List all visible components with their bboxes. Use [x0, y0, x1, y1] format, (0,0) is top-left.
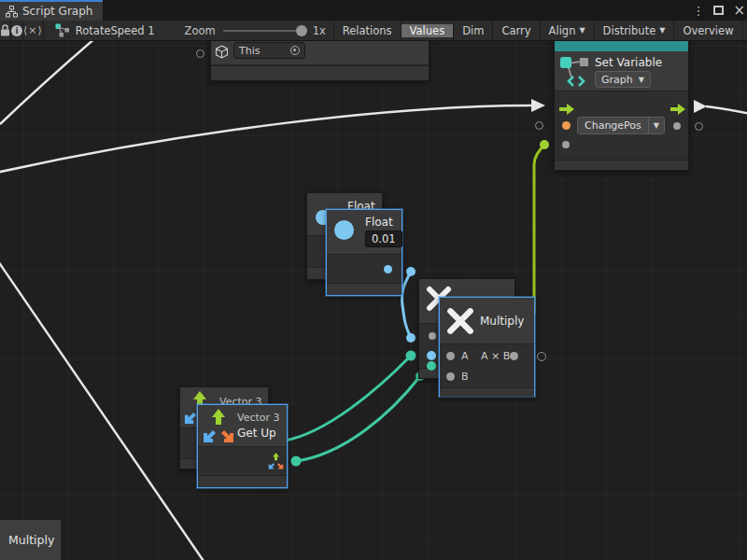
set-variable-title: Set Variable — [595, 56, 662, 69]
multiply-icon — [445, 306, 475, 336]
wire-white-topleft[interactable] — [0, 41, 96, 124]
tab-title: Script Graph — [22, 5, 92, 18]
wire-arrowhead-out — [694, 100, 707, 113]
set-variable-icon — [558, 55, 592, 87]
wire-teal-lower[interactable] — [296, 376, 420, 461]
value-input-port[interactable] — [562, 141, 570, 148]
graph-tab-icon — [6, 6, 18, 18]
vector3-downleft-arrow-icon — [184, 411, 198, 425]
caret-down-icon: ▼ — [659, 26, 665, 35]
multiply-back-port-a[interactable] — [429, 332, 436, 340]
graph-toolbar: i ⟨×⟩ RotateSpeed 1 Zoom 1x Relations Va… — [0, 21, 747, 41]
graph-reference-icon — [55, 23, 70, 37]
wire-arrowhead-in — [531, 99, 545, 112]
kebab-menu-icon[interactable]: ⋮ — [692, 5, 704, 17]
fullscreen-button[interactable]: Full Screen — [743, 24, 747, 37]
zoom-slider-handle[interactable] — [296, 25, 307, 36]
float-icon — [334, 220, 354, 240]
wire-teal-upper[interactable] — [285, 356, 411, 441]
zoom-value: 1x — [313, 24, 326, 37]
set-variable-left-ring-port[interactable] — [535, 121, 543, 130]
multiply-tooltip: Multiply — [0, 520, 61, 560]
relations-button[interactable]: Relations — [334, 24, 401, 37]
variable-name-value: ChangePos — [578, 118, 648, 133]
tab-bar: Script Graph ⋮ × — [0, 0, 747, 21]
carry-button[interactable]: Carry — [493, 24, 539, 37]
node-set-variable[interactable]: Set Variable Graph ▼ ChangePos ▼ — [554, 41, 689, 171]
multiply-output-port[interactable] — [510, 352, 518, 360]
this-field-value: This — [239, 45, 260, 57]
wire-blue[interactable] — [402, 272, 411, 338]
values-button[interactable]: Values — [402, 24, 454, 37]
multiply-input-a-port[interactable] — [446, 352, 455, 360]
float-value-field[interactable]: 0.01 — [365, 231, 402, 247]
vector3-icon — [203, 409, 234, 443]
wire-white-bottomleft[interactable] — [0, 259, 205, 560]
variable-scope-dropdown[interactable]: Graph ▼ — [595, 71, 651, 88]
info-button[interactable]: i — [11, 21, 23, 40]
code-icon: ⟨×⟩ — [23, 24, 43, 36]
zoom-slider[interactable] — [223, 30, 305, 32]
graph-canvas[interactable]: This Set Variable Graph ▼ — [0, 41, 747, 560]
multiply-back-port-teal[interactable] — [427, 361, 436, 371]
wire-lime[interactable] — [534, 145, 544, 314]
target-picker-icon[interactable] — [290, 46, 300, 55]
variable-output-port[interactable] — [673, 122, 681, 130]
overview-button[interactable]: Overview — [674, 24, 741, 37]
multiply-input-a-label: A — [461, 350, 469, 362]
node-float[interactable]: Float 0.01 — [326, 209, 402, 296]
cube-icon — [215, 45, 229, 59]
wire-teal-upper-cap — [406, 351, 416, 361]
node-multiply[interactable]: Multiply A A × B B — [439, 297, 535, 397]
zoom-control: Zoom 1x — [164, 21, 334, 40]
multiply-title: Multiply — [480, 315, 524, 328]
unity-script-graph-window: Script Graph ⋮ × i ⟨×⟩ — [0, 0, 747, 560]
distribute-button[interactable]: Distribute▼ — [595, 24, 674, 37]
multiply-tooltip-label: Multiply — [8, 533, 54, 547]
multiply-output-ring-port[interactable] — [537, 352, 546, 361]
window-controls: ⋮ × — [692, 0, 745, 21]
lock-icon — [0, 24, 10, 36]
wire-blue-cap-top — [406, 267, 416, 276]
caret-down-icon: ▼ — [654, 121, 659, 130]
control-out-arrow-icon[interactable] — [670, 104, 685, 115]
dim-button[interactable]: Dim — [454, 24, 492, 37]
float-output-port[interactable] — [384, 265, 392, 273]
wire-teal-lower-start-cap — [291, 456, 302, 467]
code-preview-button[interactable]: ⟨×⟩ — [23, 21, 44, 40]
vector3-up-arrow-icon — [192, 391, 207, 405]
wire-white-from-set-variable[interactable] — [706, 106, 747, 114]
control-in-arrow-icon[interactable] — [559, 104, 574, 115]
graph-reference-label: RotateSpeed 1 — [76, 24, 155, 37]
multiply-back-port-blue[interactable] — [427, 351, 436, 360]
wire-blue-cap-bottom — [406, 333, 416, 343]
wire-lime-cap — [540, 140, 549, 149]
graph-reference[interactable]: RotateSpeed 1 — [44, 21, 164, 40]
variable-name-dropdown[interactable]: ChangePos ▼ — [577, 117, 665, 134]
caret-down-icon: ▼ — [639, 76, 644, 84]
zoom-label: Zoom — [185, 24, 216, 37]
get-up-subtitle: Vector 3 — [237, 412, 280, 424]
caret-down-icon: ▼ — [579, 26, 585, 35]
float-title: Float — [365, 216, 393, 229]
set-variable-right-ring-port[interactable] — [695, 122, 703, 131]
node-get-up[interactable]: Vector 3 Get Up — [197, 404, 288, 488]
tab-script-graph[interactable]: Script Graph — [0, 0, 103, 21]
variable-color-bar — [555, 41, 688, 51]
close-icon[interactable]: × — [733, 4, 745, 18]
variable-input-port[interactable] — [562, 121, 571, 130]
this-output-ring-port[interactable] — [196, 49, 204, 58]
multiply-input-b-label: B — [461, 371, 469, 383]
vector3-output-icon[interactable] — [268, 453, 284, 469]
multiply-input-b-port[interactable] — [446, 372, 455, 381]
multiply-output-label: A × B — [481, 350, 510, 362]
lock-button[interactable] — [0, 21, 11, 40]
this-object-field[interactable]: This — [233, 42, 305, 59]
align-button[interactable]: Align▼ — [541, 24, 594, 37]
wire-white-to-set-variable[interactable] — [0, 105, 532, 173]
maximize-icon[interactable] — [713, 6, 724, 15]
info-icon: i — [11, 25, 22, 36]
node-this[interactable]: This — [210, 41, 430, 81]
get-up-title: Get Up — [237, 427, 276, 440]
